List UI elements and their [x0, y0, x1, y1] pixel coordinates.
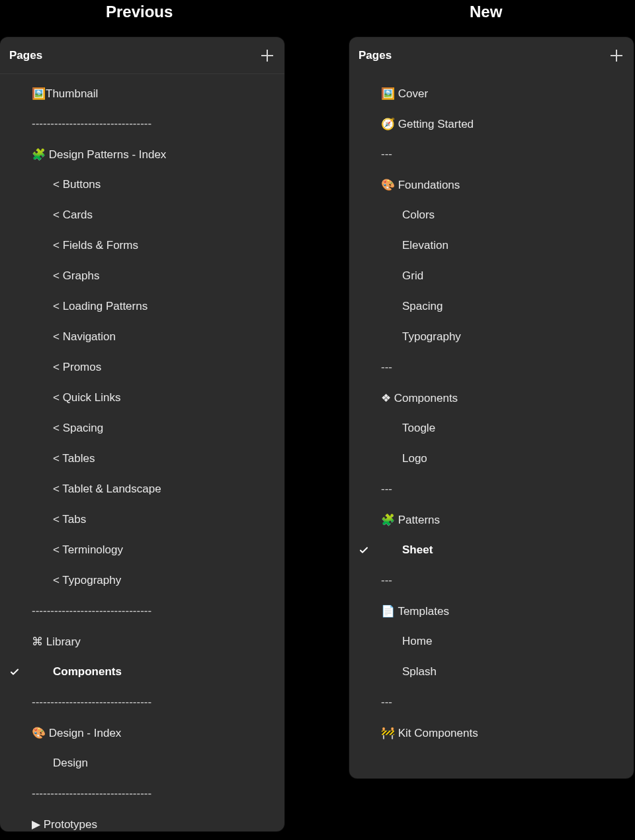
page-item[interactable]: < Promos [0, 352, 284, 383]
page-item[interactable]: Splash [349, 657, 634, 687]
panel-title: Pages [9, 49, 42, 62]
page-item[interactable]: < Spacing [0, 413, 284, 443]
page-item-label: Typography [376, 330, 461, 344]
page-item-label: --- [376, 574, 392, 587]
page-divider: --- [349, 687, 634, 718]
page-item-label: Logo [376, 452, 427, 465]
page-item-label: 🖼️Thumbnail [26, 87, 98, 101]
page-item-label: --- [376, 483, 392, 496]
page-item[interactable]: Grid [349, 261, 634, 291]
page-item[interactable]: 🧩 Patterns [349, 504, 634, 535]
page-item[interactable]: < Terminology [0, 535, 284, 565]
page-item[interactable]: Elevation [349, 230, 634, 261]
page-item-label: 🧩 Design Patterns - Index [26, 148, 166, 162]
page-item-label: -------------------------------- [26, 787, 151, 800]
panel-header: Pages [349, 37, 634, 74]
page-divider: --- [349, 352, 634, 383]
page-item[interactable]: 🎨 Design - Index [0, 718, 284, 748]
pages-list-new: 🖼️ Cover🧭 Getting Started---🎨 Foundation… [349, 74, 634, 756]
panel-header: Pages [0, 37, 284, 74]
page-item-label: Toogle [376, 422, 435, 435]
add-page-button[interactable] [259, 48, 275, 64]
panel-title: Pages [359, 49, 392, 62]
page-item-label: Components [26, 665, 122, 678]
pages-panel-new: Pages 🖼️ Cover🧭 Getting Started---🎨 Foun… [349, 37, 634, 778]
page-item-label: 🧩 Patterns [376, 513, 440, 527]
page-item-label: 📄 Templates [376, 604, 449, 618]
page-item-label: 🎨 Foundations [376, 178, 460, 192]
page-item[interactable]: 🖼️Thumbnail [0, 78, 284, 109]
page-item-label: Splash [376, 665, 437, 678]
column-title-previous: Previous [106, 3, 173, 21]
page-item[interactable]: 🧭 Getting Started [349, 109, 634, 139]
page-item-label: 🧭 Getting Started [376, 117, 474, 131]
page-item-label: ❖ Components [376, 391, 458, 405]
page-item-label: < Buttons [26, 178, 101, 191]
page-item[interactable]: < Buttons [0, 169, 284, 200]
page-item[interactable]: 🚧 Kit Components [349, 718, 634, 748]
page-item-label: < Fields & Forms [26, 239, 138, 252]
page-item-label: < Graphs [26, 269, 99, 283]
page-item[interactable]: < Quick Links [0, 383, 284, 413]
page-item-label: -------------------------------- [26, 696, 151, 709]
page-divider: -------------------------------- [0, 596, 284, 626]
page-item-label: < Tabs [26, 513, 86, 526]
page-item[interactable]: Logo [349, 443, 634, 474]
page-divider: -------------------------------- [0, 687, 284, 718]
page-item[interactable]: < Tablet & Landscape [0, 474, 284, 504]
page-item-label: Sheet [376, 543, 433, 557]
page-item[interactable]: ❖ Components [349, 383, 634, 413]
page-item-label: 🎨 Design - Index [26, 726, 121, 740]
page-item[interactable]: ▶ Prototypes [0, 809, 284, 831]
page-item[interactable]: Typography [349, 322, 634, 352]
page-item[interactable]: < Loading Patterns [0, 291, 284, 322]
page-item[interactable]: Components [0, 657, 284, 687]
page-divider: --- [349, 139, 634, 169]
page-item-label: Spacing [376, 300, 443, 313]
pages-panel-previous: Pages 🖼️Thumbnail-----------------------… [0, 37, 284, 831]
page-item[interactable]: Colors [349, 200, 634, 230]
page-divider: -------------------------------- [0, 778, 284, 809]
page-item-label: --- [376, 361, 392, 374]
page-item[interactable]: Spacing [349, 291, 634, 322]
page-item-label: Home [376, 635, 432, 648]
page-item-label: ⌘ Library [26, 635, 81, 649]
page-item[interactable]: Toogle [349, 413, 634, 443]
comparison-stage: Previous New Pages 🖼️Thumbnail----------… [0, 0, 635, 840]
page-item[interactable]: 🧩 Design Patterns - Index [0, 139, 284, 169]
page-item[interactable]: < Typography [0, 565, 284, 596]
add-page-button[interactable] [609, 48, 624, 64]
check-icon [9, 667, 26, 677]
page-item-label: --- [376, 148, 392, 161]
page-item[interactable]: < Cards [0, 200, 284, 230]
page-divider: --- [349, 474, 634, 504]
page-item[interactable]: < Navigation [0, 322, 284, 352]
page-item[interactable]: Sheet [349, 535, 634, 565]
page-item-label: --- [376, 696, 392, 709]
page-item-label: < Quick Links [26, 391, 121, 404]
page-divider: --- [349, 565, 634, 596]
page-item[interactable]: Home [349, 626, 634, 657]
page-item-label: < Promos [26, 361, 101, 374]
page-item-label: Colors [376, 209, 435, 222]
page-item[interactable]: < Graphs [0, 261, 284, 291]
page-item[interactable]: 🖼️ Cover [349, 78, 634, 109]
page-item[interactable]: ⌘ Library [0, 626, 284, 657]
page-item[interactable]: 🎨 Foundations [349, 169, 634, 200]
page-item[interactable]: < Tables [0, 443, 284, 474]
page-item-label: Elevation [376, 239, 448, 252]
page-item[interactable]: < Fields & Forms [0, 230, 284, 261]
column-title-new: New [470, 3, 502, 21]
page-item-label: < Loading Patterns [26, 300, 148, 313]
page-item[interactable]: Design [0, 748, 284, 778]
page-item-label: Grid [376, 269, 423, 283]
page-item-label: < Cards [26, 209, 93, 222]
page-item-label: < Typography [26, 574, 121, 587]
page-item-label: Design [26, 757, 88, 770]
page-item[interactable]: < Tabs [0, 504, 284, 535]
page-item[interactable]: 📄 Templates [349, 596, 634, 626]
page-item-label: < Tables [26, 452, 95, 465]
page-item-label: 🚧 Kit Components [376, 726, 478, 740]
page-item-label: -------------------------------- [26, 117, 151, 130]
page-item-label: < Tablet & Landscape [26, 483, 161, 496]
